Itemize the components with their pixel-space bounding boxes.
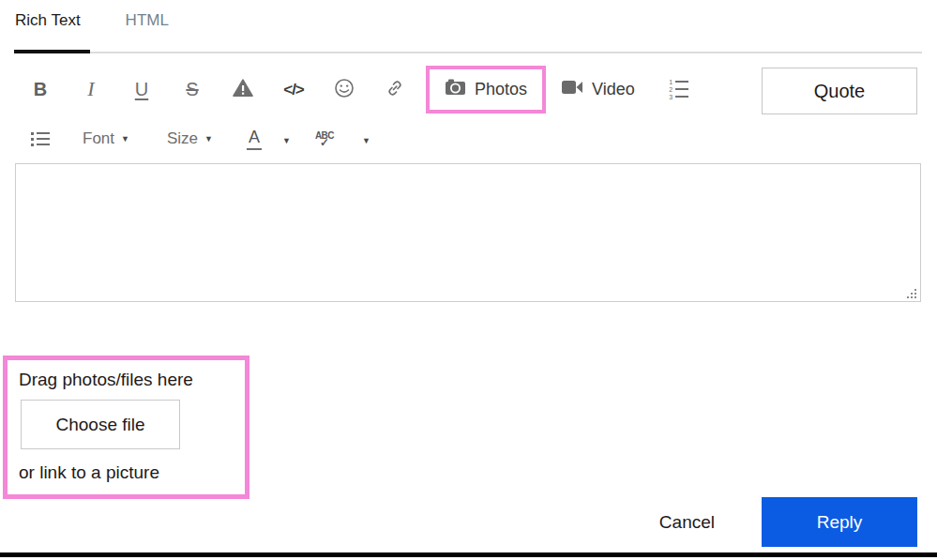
insert-video-button[interactable]: Video — [561, 79, 635, 100]
checkmark-icon: ✓ — [320, 139, 329, 147]
link-icon — [384, 77, 406, 102]
font-dropdown[interactable]: Font ▼ — [83, 129, 129, 148]
code-button[interactable]: </> — [268, 70, 319, 108]
tab-divider — [15, 52, 922, 53]
footer-actions: Cancel Reply — [659, 497, 917, 547]
spoiler-button[interactable] — [218, 70, 268, 108]
editor-textarea[interactable] — [16, 164, 920, 301]
resize-handle[interactable] — [905, 286, 917, 298]
italic-icon: I — [87, 79, 94, 99]
bold-button[interactable]: B — [15, 70, 66, 108]
video-camera-icon — [561, 79, 584, 100]
code-icon: </> — [283, 82, 304, 98]
chevron-down-icon: ▼ — [204, 135, 213, 144]
tab-html[interactable]: HTML — [126, 11, 169, 30]
underline-button[interactable]: U — [116, 70, 167, 108]
chevron-down-icon: ▼ — [362, 136, 370, 145]
insert-link-button[interactable] — [370, 70, 420, 108]
drag-drop-label: Drag photos/files here — [19, 370, 235, 390]
insert-photos-button[interactable]: Photos — [445, 78, 527, 101]
text-color-button[interactable]: A — [247, 128, 262, 150]
quote-button[interactable]: Quote — [762, 68, 917, 114]
warning-triangle-icon — [233, 79, 253, 100]
upload-highlight-annotation: Drag photos/files here Choose file or li… — [3, 356, 249, 499]
link-to-picture-label[interactable]: or link to a picture — [19, 462, 235, 483]
bold-icon: B — [34, 80, 47, 98]
editor-mode-tabs: Rich Text HTML — [15, 11, 169, 30]
reply-button[interactable]: Reply — [762, 497, 917, 547]
chevron-down-icon: ▼ — [121, 135, 129, 144]
tab-rich-text[interactable]: Rich Text — [15, 11, 81, 30]
camera-icon — [445, 78, 467, 101]
video-label: Video — [592, 80, 635, 99]
underline-icon: U — [135, 80, 148, 98]
text-color-icon: A — [247, 128, 262, 150]
reply-editor-panel: Rich Text HTML B I U S </> — [0, 0, 937, 560]
active-tab-indicator — [14, 50, 90, 53]
choose-file-button[interactable]: Choose file — [21, 400, 180, 449]
strikethrough-icon: S — [186, 80, 198, 98]
text-color-dropdown[interactable]: ▼ — [279, 129, 295, 150]
strikethrough-button[interactable]: S — [167, 70, 218, 108]
spellcheck-button[interactable]: ABC ✓ — [315, 131, 334, 147]
smiley-icon — [334, 78, 355, 101]
photos-label: Photos — [475, 80, 527, 99]
font-label: Font — [83, 129, 114, 148]
ordered-list-button[interactable]: 1 2 3 — [659, 70, 697, 108]
italic-button[interactable]: I — [66, 70, 116, 108]
photos-highlight-annotation: Photos — [426, 66, 546, 114]
bullet-list-icon — [31, 132, 50, 146]
chevron-down-icon: ▼ — [282, 136, 291, 145]
window-bottom-edge — [0, 552, 937, 557]
editor-body — [15, 163, 921, 302]
spellcheck-dropdown[interactable]: ▼ — [358, 129, 374, 150]
size-dropdown[interactable]: Size ▼ — [167, 129, 213, 148]
bullet-list-button[interactable] — [15, 120, 66, 158]
toolbar-row-2: Font ▼ Size ▼ A ▼ ABC ✓ ▼ — [15, 120, 374, 158]
ordered-list-icon: 1 2 3 — [667, 80, 688, 99]
cancel-button[interactable]: Cancel — [659, 512, 715, 533]
size-label: Size — [167, 129, 198, 148]
emoji-button[interactable] — [319, 70, 370, 108]
